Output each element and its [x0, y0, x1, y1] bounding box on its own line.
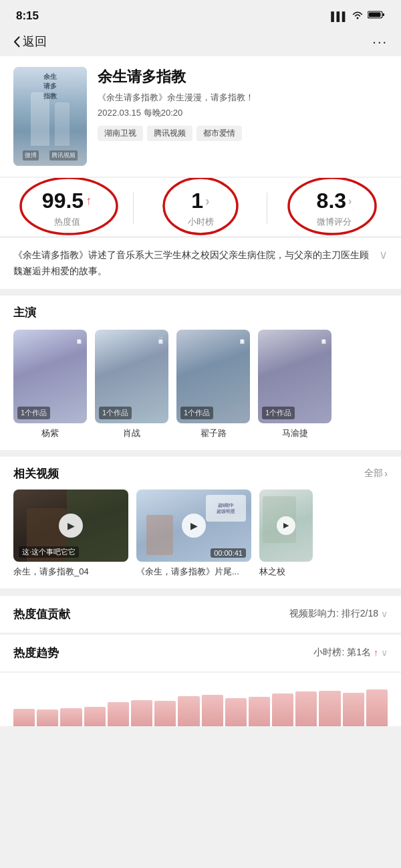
- tag-tv[interactable]: 湖南卫视: [98, 126, 143, 141]
- stat-score-label: 微博评分: [317, 216, 352, 228]
- heat-contribution-value: 视频影响力: 排行2/18 ∨: [289, 608, 388, 620]
- chart-bar: [154, 701, 176, 726]
- show-header: 余生请多指教 微博 腾讯视频 余生请多指教 《余生请多指教》余生漫漫，请多指教！…: [0, 56, 401, 177]
- cast-name-马渝捷: 马渝捷: [282, 427, 308, 439]
- chart-bar: [225, 698, 247, 726]
- desc-expand-btn[interactable]: ∨: [374, 247, 388, 262]
- desc-section: 《余生请多指教》讲述了音乐系大三学生林之校因父亲生病住院，与父亲的主刀医生顾魏邂…: [0, 238, 401, 289]
- videos-section: 相关视频 全部 › ▶ 这·这个事吧它它 余生，请多指教_04 超8期中超级明星: [0, 457, 401, 588]
- battery-icon: [368, 10, 385, 22]
- heat-contribution-section[interactable]: 热度值贡献 视频影响力: 排行2/18 ∨: [0, 595, 401, 633]
- poster-logo-tencent: 腾讯视频: [49, 150, 78, 160]
- cast-item-翟子路[interactable]: 余生请多指教 1个作品 翟子路: [176, 330, 250, 439]
- show-poster[interactable]: 余生请多指教 微博 腾讯视频: [13, 67, 87, 166]
- nav-bar: 返回 ···: [0, 29, 401, 56]
- cast-photo-yangzi: 余生请多指教 1个作品: [13, 330, 87, 423]
- more-button[interactable]: ···: [372, 34, 388, 49]
- heat-contribution-label: 热度值贡献: [13, 607, 70, 622]
- tag-tencent[interactable]: 腾讯视频: [147, 126, 192, 141]
- stat-score[interactable]: 8.3 › 微博评分: [267, 189, 401, 228]
- stat-score-value: 8.3 ›: [317, 189, 352, 213]
- back-label: 返回: [23, 33, 47, 49]
- show-date: 2022.03.15 每晚20:20: [98, 107, 388, 119]
- video-thumb-1: ▶ 这·这个事吧它它: [13, 490, 128, 562]
- heat-trend-label: 热度趋势: [13, 645, 59, 661]
- chart-bar: [37, 710, 58, 726]
- heat-trend-up-arrow: ↑: [374, 647, 378, 658]
- stat-rank[interactable]: 1 › 小时榜: [134, 189, 267, 228]
- cast-photo-翟子路: 余生请多指教 1个作品: [176, 330, 250, 423]
- svg-rect-3: [369, 13, 381, 17]
- poster-logo-weibo: 微博: [23, 150, 39, 160]
- cast-name-翟子路: 翟子路: [200, 427, 227, 439]
- cast-name-yangzi: 杨紫: [41, 427, 59, 439]
- video-duration-2: 00:00:41: [211, 548, 246, 558]
- cast-works-badge-翟子路: 1个作品: [180, 407, 213, 419]
- chevron-right-icon: ›: [384, 468, 388, 479]
- cast-works-badge-yangzi: 1个作品: [17, 407, 50, 419]
- cast-item-xiaozhan[interactable]: 余生请一指教 1个作品 肖战: [95, 330, 168, 439]
- stat-heat[interactable]: 99.5 ↑ 热度值: [0, 189, 134, 228]
- videos-header: 相关视频 全部 ›: [0, 466, 401, 481]
- videos-section-title: 相关视频: [13, 466, 59, 481]
- signal-icon: ▌▌▌: [331, 11, 348, 21]
- desc-row: 《余生请多指教》讲述了音乐系大三学生林之校因父亲生病住院，与父亲的主刀医生顾魏邂…: [13, 247, 388, 280]
- cast-item-马渝捷[interactable]: 余生请多指教 1个作品 马渝捷: [258, 330, 331, 439]
- tag-genre[interactable]: 都市爱情: [196, 126, 242, 141]
- cast-section-title: 主演: [13, 305, 388, 320]
- videos-all-btn[interactable]: 全部 ›: [364, 467, 388, 479]
- video-play-icon-2: ▶: [182, 514, 206, 538]
- cast-photo-xiaozhan: 余生请一指教 1个作品: [95, 330, 168, 423]
- chart-bar: [295, 691, 317, 726]
- video-thumb-3: ▶: [259, 490, 313, 562]
- heat-trend-value: 小时榜: 第1名 ↑ ∨: [313, 647, 388, 659]
- wifi-icon: [352, 10, 364, 22]
- cast-list: 余生请多指教 1个作品 杨紫 余生请一指教 1个作品 肖战 余生请多指教 1个作…: [13, 330, 388, 439]
- chart-bar: [178, 696, 199, 726]
- stat-rank-label: 小时榜: [188, 216, 214, 228]
- desc-text: 《余生请多指教》讲述了音乐系大三学生林之校因父亲生病住院，与父亲的主刀医生顾魏邂…: [13, 247, 374, 280]
- status-icons: ▌▌▌: [331, 10, 385, 22]
- video-thumb-2: 超8期中超级明星 ▶ 00:00:41: [136, 490, 251, 562]
- tags-container: 湖南卫视 腾讯视频 都市爱情: [98, 126, 388, 141]
- chart-bar: [249, 697, 270, 726]
- video-label-2: 《余生，请多指教》片尾...: [136, 566, 251, 578]
- video-item-1[interactable]: ▶ 这·这个事吧它它 余生，请多指教_04: [13, 490, 128, 578]
- cast-works-badge-xiaozhan: 1个作品: [99, 407, 132, 419]
- status-time: 8:15: [16, 9, 39, 23]
- chart-bar: [108, 702, 129, 726]
- chart-bar: [13, 709, 35, 726]
- heat-trend-section[interactable]: 热度趋势 小时榜: 第1名 ↑ ∨: [0, 634, 401, 671]
- cast-section: 主演 余生请多指教 1个作品 杨紫 余生请一指教 1个作品 肖战 余生请多指教 …: [0, 296, 401, 450]
- chart-bar: [319, 691, 340, 726]
- video-play-icon-3: ▶: [277, 516, 295, 535]
- rank-right-arrow: ›: [205, 193, 210, 209]
- video-play-icon-1: ▶: [59, 514, 83, 538]
- chart-bar: [60, 708, 82, 726]
- chart-bar: [366, 689, 388, 726]
- back-button[interactable]: 返回: [13, 33, 47, 49]
- cast-item-yangzi[interactable]: 余生请多指教 1个作品 杨紫: [13, 330, 87, 439]
- heat-up-arrow: ↑: [86, 194, 92, 208]
- heat-trend-chevron: ∨: [381, 647, 388, 658]
- stats-row: 99.5 ↑ 热度值 1 › 小时榜 8.3 › 微博评分: [0, 178, 401, 237]
- video-label-3: 林之校: [259, 566, 313, 578]
- svg-rect-2: [383, 13, 385, 16]
- stat-heat-label: 热度值: [54, 216, 80, 228]
- cast-name-xiaozhan: 肖战: [123, 427, 140, 439]
- video-item-2[interactable]: 超8期中超级明星 ▶ 00:00:41 《余生，请多指教》片尾...: [136, 490, 251, 578]
- chart-bar: [343, 693, 364, 726]
- chart-bar: [272, 693, 293, 726]
- chart-bar: [202, 695, 223, 726]
- show-title: 余生请多指教: [98, 67, 388, 87]
- cast-photo-马渝捷: 余生请多指教 1个作品: [258, 330, 331, 423]
- chart-bars: [0, 686, 401, 726]
- video-item-3[interactable]: ▶ 林之校: [259, 490, 313, 578]
- video-caption-1: 这·这个事吧它它: [19, 546, 79, 558]
- stat-heat-value: 99.5 ↑: [42, 189, 92, 213]
- show-subtitle: 《余生请多指教》余生漫漫，请多指教！: [98, 91, 388, 104]
- stat-rank-value: 1 ›: [191, 189, 209, 213]
- cast-works-badge-马渝捷: 1个作品: [262, 407, 295, 419]
- show-info: 余生请多指教 《余生请多指教》余生漫漫，请多指教！ 2022.03.15 每晚2…: [98, 67, 388, 141]
- score-right-arrow: ›: [348, 195, 352, 207]
